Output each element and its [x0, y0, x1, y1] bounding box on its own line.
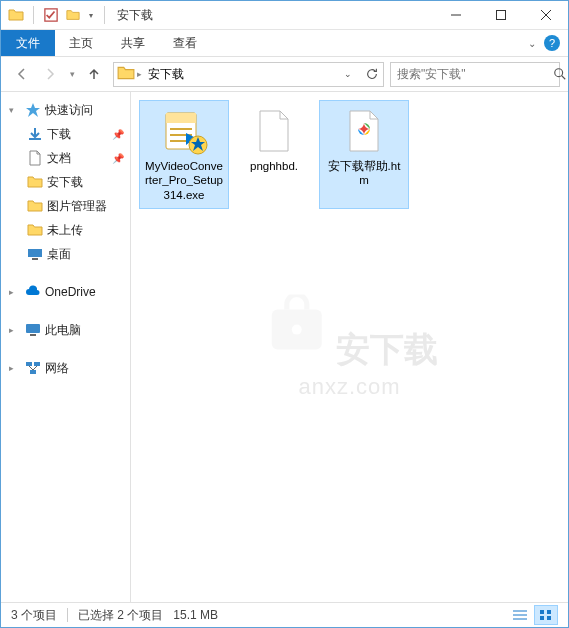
sidebar-item[interactable]: 桌面 [1, 242, 130, 266]
svg-rect-30 [547, 616, 551, 620]
sidebar-item[interactable]: 下载 📌 [1, 122, 130, 146]
status-size: 15.1 MB [173, 608, 218, 622]
search-box[interactable] [390, 62, 560, 87]
svg-point-19 [291, 325, 301, 335]
status-count: 3 个项目 [11, 607, 57, 624]
item-icon [27, 174, 43, 190]
address-dropdown[interactable]: ⌄ [335, 62, 359, 86]
svg-marker-7 [26, 103, 40, 117]
checkbox-icon[interactable] [42, 6, 60, 24]
folder-icon [7, 6, 25, 24]
quick-access[interactable]: ▾ 快速访问 [1, 98, 130, 122]
history-dropdown[interactable]: ▾ [65, 61, 79, 87]
svg-point-5 [555, 69, 563, 77]
navigation-pane: ▾ 快速访问 下载 📌 文档 📌 安下载 图片管理器 未上传 桌面 ▸ OneD… [1, 92, 131, 602]
tab-view[interactable]: 查看 [159, 30, 211, 56]
item-label: 桌面 [47, 246, 71, 263]
status-bar: 3 个项目 已选择 2 个项目 15.1 MB [1, 602, 568, 627]
chevron-icon[interactable]: ▸ [9, 287, 21, 297]
file-item[interactable]: 安下载帮助.htm [319, 100, 409, 209]
item-label: 图片管理器 [47, 198, 107, 215]
maximize-button[interactable] [478, 1, 523, 29]
svg-rect-12 [30, 334, 36, 336]
sidebar-item[interactable]: 文档 📌 [1, 146, 130, 170]
back-button[interactable] [9, 61, 35, 87]
item-label: 下载 [47, 126, 71, 143]
svg-line-17 [33, 366, 37, 370]
tab-share[interactable]: 共享 [107, 30, 159, 56]
forward-button[interactable] [37, 61, 63, 87]
window-title: 安下载 [117, 7, 153, 24]
cloud-icon [25, 284, 41, 300]
search-icon[interactable] [553, 62, 567, 86]
help-icon[interactable]: ? [544, 35, 560, 51]
window-controls [433, 1, 568, 29]
file-item[interactable]: pnghhbd. [229, 100, 319, 209]
address-path[interactable]: 安下载 [142, 66, 335, 83]
tab-home[interactable]: 主页 [55, 30, 107, 56]
svg-rect-9 [28, 249, 42, 257]
chevron-icon[interactable]: ▸ [9, 325, 21, 335]
item-icon [27, 222, 43, 238]
folder-icon [117, 64, 137, 84]
item-icon [27, 150, 43, 166]
onedrive[interactable]: ▸ OneDrive [1, 280, 130, 304]
close-button[interactable] [523, 1, 568, 29]
refresh-button[interactable] [359, 62, 383, 86]
separator [104, 6, 105, 24]
search-input[interactable] [391, 67, 553, 81]
file-icon [160, 107, 208, 155]
pin-icon: 📌 [112, 153, 124, 164]
sidebar-item[interactable]: 安下载 [1, 170, 130, 194]
icons-view-button[interactable] [534, 605, 558, 625]
folder-small-icon[interactable] [64, 6, 82, 24]
star-icon [25, 102, 41, 118]
file-item[interactable]: MyVideoConverter_Pro_Setup314.exe [139, 100, 229, 209]
svg-rect-21 [166, 113, 196, 123]
separator [33, 6, 34, 24]
item-icon [27, 246, 43, 262]
chevron-down-icon[interactable]: ▾ [9, 105, 21, 115]
svg-rect-27 [540, 610, 544, 614]
this-pc[interactable]: ▸ 此电脑 [1, 318, 130, 342]
details-view-button[interactable] [508, 605, 532, 625]
svg-rect-14 [34, 362, 40, 366]
pin-icon: 📌 [112, 129, 124, 140]
item-icon [27, 198, 43, 214]
svg-rect-28 [547, 610, 551, 614]
ribbon: 文件 主页 共享 查看 ⌄ ? [1, 30, 568, 57]
svg-rect-8 [29, 138, 41, 140]
item-label: 文档 [47, 150, 71, 167]
file-tab[interactable]: 文件 [1, 30, 55, 56]
sidebar-item[interactable]: 未上传 [1, 218, 130, 242]
status-selection: 已选择 2 个项目 [78, 607, 163, 624]
svg-rect-11 [26, 324, 40, 333]
file-list[interactable]: 安下载 anxz.com MyVideoConverter_Pro_Setup3… [131, 92, 568, 602]
watermark: 安下载 anxz.com [261, 295, 437, 400]
up-button[interactable] [81, 61, 107, 87]
file-label: 安下载帮助.htm [324, 159, 404, 188]
svg-rect-29 [540, 616, 544, 620]
dropdown-icon[interactable]: ▾ [86, 6, 96, 24]
item-label: 未上传 [47, 222, 83, 239]
file-label: MyVideoConverter_Pro_Setup314.exe [144, 159, 224, 202]
quick-access-toolbar: ▾ [1, 6, 109, 24]
chevron-down-icon[interactable]: ⌄ [528, 38, 536, 49]
content-area: ▾ 快速访问 下载 📌 文档 📌 安下载 图片管理器 未上传 桌面 ▸ OneD… [1, 92, 568, 602]
address-bar[interactable]: ▸ 安下载 ⌄ [113, 62, 384, 87]
svg-rect-13 [26, 362, 32, 366]
network-icon [25, 360, 41, 376]
network[interactable]: ▸ 网络 [1, 356, 130, 380]
chevron-icon[interactable]: ▸ [9, 363, 21, 373]
file-icon [340, 107, 388, 155]
monitor-icon [25, 322, 41, 338]
svg-rect-15 [30, 370, 36, 374]
navigation-bar: ▾ ▸ 安下载 ⌄ [1, 57, 568, 92]
sidebar-item[interactable]: 图片管理器 [1, 194, 130, 218]
item-icon [27, 126, 43, 142]
svg-rect-10 [32, 258, 38, 260]
svg-rect-18 [271, 310, 321, 350]
minimize-button[interactable] [433, 1, 478, 29]
item-label: 安下载 [47, 174, 83, 191]
svg-line-6 [562, 76, 566, 80]
